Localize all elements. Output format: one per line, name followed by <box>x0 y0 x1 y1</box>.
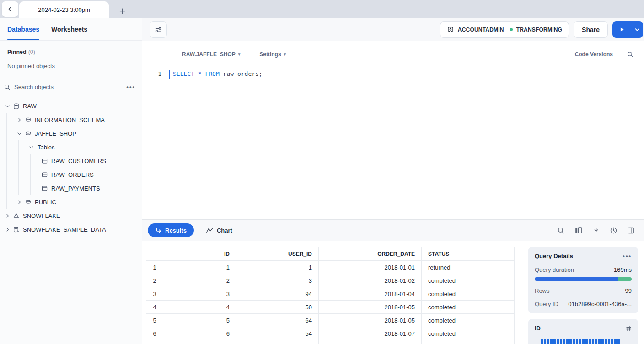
tree-item-raw[interactable]: RAW <box>0 99 142 113</box>
column-header-id[interactable]: ID <box>163 247 236 261</box>
chevron-down-icon[interactable] <box>4 102 11 110</box>
tab-results[interactable]: Results <box>148 223 194 237</box>
chevron-right-icon[interactable] <box>16 198 23 206</box>
cell-user-id[interactable]: 3 <box>236 274 319 287</box>
tree-item-information_schema[interactable]: INFORMATION_SCHEMA <box>0 113 142 127</box>
run-button[interactable] <box>612 21 631 38</box>
share-button[interactable]: Share <box>574 21 608 38</box>
cell-id[interactable]: 1 <box>163 261 236 274</box>
columns-button[interactable] <box>574 227 583 234</box>
chevron-down-icon <box>634 27 640 32</box>
tree-item-public[interactable]: PUBLIC <box>0 195 142 209</box>
search-results-button[interactable] <box>557 227 565 234</box>
cell-status[interactable]: completed <box>422 274 515 287</box>
cell-status[interactable]: completed <box>422 301 515 314</box>
search-options-button[interactable]: ••• <box>126 84 135 90</box>
id-histogram[interactable] <box>535 339 632 344</box>
cell-id[interactable]: 3 <box>163 287 236 301</box>
cell-status[interactable]: completed <box>422 327 515 340</box>
cell-user-id[interactable]: 50 <box>236 301 319 314</box>
filters-button[interactable] <box>150 21 167 38</box>
cell-id[interactable]: 2 <box>163 274 236 287</box>
back-button[interactable] <box>2 1 18 17</box>
cell-order-date[interactable]: 2018-01-04 <box>319 287 422 301</box>
id-column-stats-card: ID <box>528 319 638 344</box>
histogram-bar <box>585 339 588 344</box>
histogram-bar <box>566 339 569 344</box>
tree-item-snowflake_sample_data[interactable]: SNOWFLAKE_SAMPLE_DATA <box>0 222 142 236</box>
query-history-button[interactable] <box>610 227 617 234</box>
chevron-left-icon <box>7 6 13 12</box>
table-row[interactable]: 1112018-01-01returned <box>146 261 515 274</box>
cell-order-date[interactable]: 2018-01-05 <box>319 314 422 327</box>
column-header-status[interactable]: STATUS <box>422 247 515 261</box>
cell-user-id[interactable]: 54 <box>236 327 319 340</box>
code-area[interactable]: 1 SELECT * FROM raw_orders; <box>142 68 644 219</box>
row-number: 5 <box>146 314 163 327</box>
cell-order-date[interactable]: 2018-01-05 <box>319 301 422 314</box>
cell-user-id[interactable]: 1 <box>236 261 319 274</box>
column-header-order_date[interactable]: ORDER_DATE <box>319 247 422 261</box>
column-header-user_id[interactable]: USER_ID <box>236 247 319 261</box>
tree-item-tables[interactable]: Tables <box>0 140 142 154</box>
cell-id[interactable]: 6 <box>163 327 236 340</box>
sidebar-tabs: Databases Worksheets <box>0 18 142 41</box>
pinned-count: (0) <box>28 49 35 55</box>
app-database-icon <box>12 212 20 220</box>
sliders-icon <box>154 26 162 34</box>
sql-keyword: FROM <box>205 70 219 77</box>
cell-id[interactable]: 5 <box>163 314 236 327</box>
cell-id[interactable]: 4 <box>163 301 236 314</box>
table-row[interactable]: 2232018-01-02completed <box>146 274 515 287</box>
cell-order-date[interactable]: 2018-01-02 <box>319 274 422 287</box>
editor-settings-selector[interactable]: Settings ▾ <box>259 51 286 58</box>
editor-search-button[interactable] <box>627 51 634 58</box>
worksheet-toolbar: ACCOUNTADMIN TRANSFORMING Share <box>142 18 644 41</box>
database-context-selector[interactable]: RAW.JAFFLE_SHOP ▾ <box>182 51 240 58</box>
histogram-bar <box>576 339 578 344</box>
chevron-down-icon[interactable] <box>16 130 23 137</box>
tree-item-raw_orders[interactable]: RAW_ORDERS <box>0 168 142 181</box>
results-table[interactable]: IDUSER_IDORDER_DATESTATUS 1112018-01-01r… <box>146 247 515 344</box>
table-row[interactable]: 66542018-01-07completed <box>146 327 515 340</box>
cell-user-id[interactable]: 64 <box>236 314 319 327</box>
tab-databases[interactable]: Databases <box>7 18 39 40</box>
chevron-right-icon[interactable] <box>4 212 11 219</box>
cell-status[interactable]: completed <box>422 314 515 327</box>
worksheet-tab[interactable]: 2024-02-23 3:00pm <box>19 1 109 18</box>
tree-item-raw_payments[interactable]: RAW_PAYMENTS <box>0 181 142 195</box>
table-icon <box>40 170 48 179</box>
cell-order-date[interactable]: 2018-01-07 <box>319 327 422 340</box>
object-search[interactable]: Search objects ••• <box>0 77 142 96</box>
rows-value: 99 <box>625 287 632 294</box>
tree-item-snowflake[interactable]: SNOWFLAKE <box>0 209 142 222</box>
cell-status[interactable]: returned <box>422 261 515 274</box>
code-versions-button[interactable]: Code Versions <box>575 51 613 58</box>
chevron-right-icon[interactable] <box>16 116 23 123</box>
role-warehouse-selector[interactable]: ACCOUNTADMIN TRANSFORMING <box>440 21 569 38</box>
query-id-link[interactable]: 01b2899c-0001-436a-... <box>568 301 632 307</box>
plus-icon <box>119 8 126 15</box>
histogram-bar <box>582 339 585 344</box>
query-details-menu-button[interactable]: ••• <box>623 253 632 259</box>
cell-user-id[interactable]: 94 <box>236 287 319 301</box>
chevron-right-icon[interactable] <box>4 226 11 233</box>
new-tab-button[interactable] <box>119 8 126 15</box>
table-row[interactable]: 44502018-01-05completed <box>146 301 515 314</box>
run-options-button[interactable] <box>631 21 643 38</box>
cell-order-date[interactable]: 2018-01-01 <box>319 261 422 274</box>
table-row[interactable]: 55642018-01-05completed <box>146 314 515 327</box>
tree-item-jaffle_shop[interactable]: JAFFLE_SHOP <box>0 127 142 140</box>
tab-worksheets[interactable]: Worksheets <box>51 18 87 40</box>
download-button[interactable] <box>592 227 600 234</box>
tree-item-raw_customers[interactable]: RAW_CUSTOMERS <box>0 154 142 168</box>
pinned-empty-text: No pinned objects <box>0 57 142 77</box>
chevron-down-icon[interactable] <box>27 143 35 151</box>
cell-status[interactable]: completed <box>422 287 515 301</box>
role-label: ACCOUNTADMIN <box>458 26 504 33</box>
row-number: 4 <box>146 301 163 314</box>
numeric-column-icon <box>626 325 632 331</box>
tab-chart[interactable]: Chart <box>206 227 232 234</box>
split-panel-button[interactable] <box>627 227 635 234</box>
table-row[interactable]: 33942018-01-04completed <box>146 287 515 301</box>
